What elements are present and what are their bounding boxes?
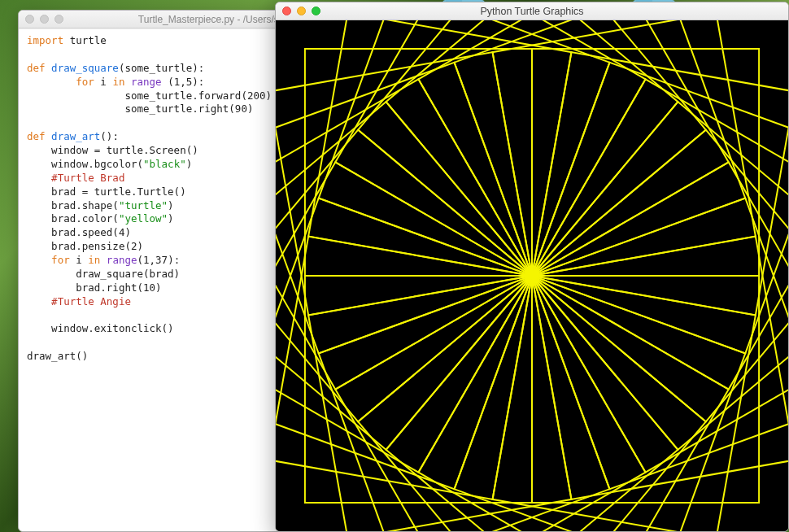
close-button[interactable] <box>282 7 291 15</box>
minimize-button-inactive[interactable] <box>40 15 49 24</box>
turtle-window-title: Python Turtle Graphics <box>480 6 583 17</box>
turtle-titlebar[interactable]: Python Turtle Graphics <box>276 2 788 20</box>
minimize-button[interactable] <box>297 7 306 15</box>
close-button-inactive[interactable] <box>25 15 34 24</box>
zoom-button[interactable] <box>312 7 320 15</box>
traffic-lights <box>282 7 320 15</box>
zoom-button-inactive[interactable] <box>54 15 63 24</box>
turtle-graphics-window[interactable]: Python Turtle Graphics <box>275 2 789 532</box>
traffic-lights <box>25 15 63 24</box>
turtle-canvas[interactable] <box>276 20 788 531</box>
